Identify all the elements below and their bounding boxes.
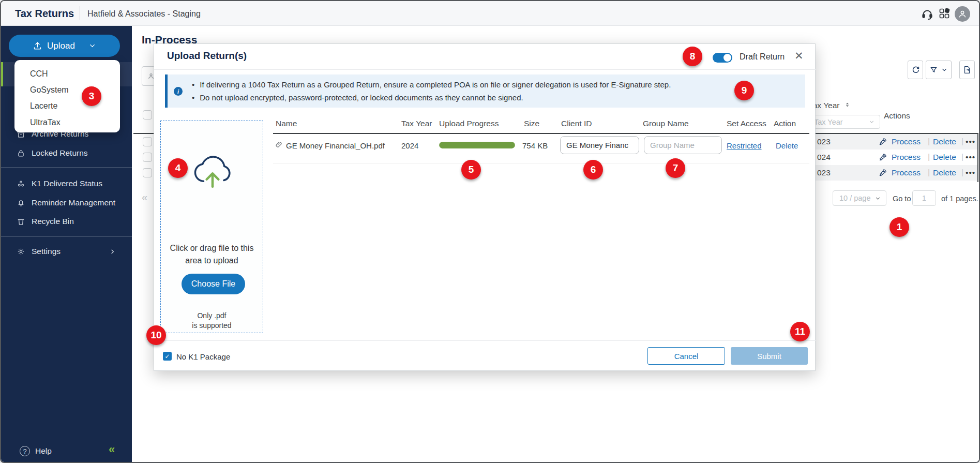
more-actions-button[interactable]: •••	[966, 168, 975, 177]
file-size-cell: 754 KB	[522, 141, 548, 150]
sidebar-item-label: Reminder Management	[32, 198, 115, 207]
action-divider: |	[928, 168, 930, 177]
previous-page-icon[interactable]: «	[142, 191, 147, 203]
tax-year-filter-select[interactable]: Tax Year	[806, 115, 880, 129]
process-link[interactable]: Process	[892, 153, 921, 162]
user-avatar[interactable]	[955, 6, 970, 22]
annotation-badge-6: 6	[583, 160, 603, 180]
group-name-input[interactable]	[644, 136, 722, 154]
sidebar-item-reminder-management[interactable]: Reminder Management	[1, 194, 132, 212]
col-set-access: Set Access	[727, 119, 766, 128]
upload-menu-item-gosystem[interactable]: GoSystem	[14, 82, 120, 98]
bg-column-actions: Actions	[884, 111, 910, 121]
sidebar-collapse-icon[interactable]: «	[109, 443, 115, 456]
upload-returns-modal: Upload Return(s) Draft Return ✕ i If del…	[154, 43, 816, 371]
process-link[interactable]: Process	[892, 137, 921, 146]
sidebar-item-locked-returns[interactable]: Locked Returns	[1, 144, 132, 162]
row-checkbox[interactable]	[143, 137, 152, 146]
row-checkbox[interactable]	[143, 153, 152, 162]
filter-button[interactable]	[926, 61, 952, 79]
table-row: 024 Process | Delete | •••	[816, 150, 977, 165]
chevron-down-icon	[88, 42, 96, 50]
annotation-badge-10: 10	[146, 325, 166, 345]
upload-progress-fill	[439, 142, 515, 148]
set-access-link[interactable]: Restricted	[727, 141, 762, 150]
annotation-badge-11: 11	[790, 322, 810, 341]
process-link[interactable]: Process	[892, 168, 921, 177]
dropzone-hint-line1: Only .pdf	[161, 311, 263, 320]
delete-link[interactable]: Delete	[933, 153, 956, 162]
sidebar-item-recycle-bin[interactable]: Recycle Bin	[1, 213, 132, 230]
app-grid-icon[interactable]	[938, 7, 952, 21]
sidebar-item-label: Locked Returns	[32, 148, 88, 158]
page-count-label: of 1 pages.	[941, 195, 978, 203]
annotation-badge-9: 9	[734, 81, 754, 100]
col-action: Action	[774, 119, 796, 128]
col-group-name: Group Name	[643, 119, 689, 128]
no-k1-label: No K1 Package	[176, 352, 230, 361]
row-checkbox[interactable]	[143, 168, 152, 177]
action-divider: |	[961, 168, 963, 177]
submit-button[interactable]: Submit	[731, 347, 808, 365]
help-label: Help	[35, 446, 52, 456]
toggle-knob	[723, 54, 731, 62]
delete-link[interactable]: Delete	[933, 137, 956, 146]
bg-table-header-border	[133, 133, 154, 134]
sidebar-divider	[1, 167, 132, 168]
annotation-badge-1: 1	[889, 217, 909, 237]
help-icon: ?	[20, 446, 30, 456]
select-all-checkbox[interactable]	[143, 110, 152, 120]
draft-return-label: Draft Return	[740, 52, 785, 62]
tax-year-cell: 023	[817, 168, 831, 177]
client-id-input[interactable]	[560, 136, 639, 154]
headset-support-icon[interactable]	[921, 7, 934, 21]
upload-button[interactable]: Upload	[9, 35, 120, 57]
page-number-input[interactable]	[912, 190, 936, 206]
export-button[interactable]	[959, 61, 975, 79]
action-divider: |	[961, 152, 963, 161]
chevron-down-icon	[941, 66, 948, 73]
cancel-button[interactable]: Cancel	[647, 347, 725, 365]
info-icon: i	[174, 87, 183, 96]
close-icon[interactable]: ✕	[794, 50, 804, 62]
no-k1-checkbox[interactable]: ✓	[163, 352, 172, 361]
page-size-select[interactable]: 10 / page	[833, 190, 886, 206]
sidebar-item-label: K1 Delivered Status	[32, 179, 102, 188]
sort-icon	[844, 101, 851, 108]
rocket-icon	[879, 137, 887, 146]
draft-return-toggle[interactable]	[713, 53, 732, 63]
modal-footer-divider	[154, 340, 816, 341]
more-actions-button[interactable]: •••	[966, 153, 975, 162]
upload-menu: CCH GoSystem Lacerte UltraTax	[14, 60, 120, 132]
goto-label: Go to	[893, 195, 911, 203]
sidebar-item-settings[interactable]: Settings	[1, 243, 132, 260]
modal-title: Upload Return(s)	[167, 50, 247, 62]
table-row: 023 Process | Delete | •••	[816, 165, 977, 181]
col-upload-progress: Upload Progress	[439, 119, 499, 128]
more-actions-button[interactable]: •••	[966, 137, 975, 146]
info-bullet: If delivering a 1040 Tax Return as a Gro…	[192, 80, 671, 89]
file-dropzone[interactable]: Click or drag file to this area to uploa…	[160, 121, 263, 333]
tax-year-cell: 024	[817, 153, 831, 162]
upload-menu-item-lacerte[interactable]: Lacerte	[14, 98, 120, 114]
tax-year-cell: 023	[817, 137, 831, 146]
workspace-name: Hatfield & Associates - Staging	[87, 9, 201, 19]
choose-file-button[interactable]: Choose File	[182, 274, 245, 294]
table-header-underline	[273, 133, 809, 134]
app-title: Tax Returns	[15, 8, 74, 20]
bell-icon	[17, 199, 25, 207]
file-delete-link[interactable]: Delete	[776, 141, 798, 150]
app-window: Tax Returns Hatfield & Associates - Stag…	[0, 0, 980, 463]
sidebar-item-k1-delivered-status[interactable]: K1 Delivered Status	[1, 175, 132, 192]
modal-header-divider	[154, 69, 816, 70]
delete-link[interactable]: Delete	[933, 168, 956, 177]
chevron-down-icon	[868, 118, 875, 125]
upload-menu-item-ultratax[interactable]: UltraTax	[14, 115, 120, 130]
refresh-button[interactable]	[908, 61, 923, 79]
action-divider: |	[928, 137, 930, 146]
dropzone-hint-line2: is supported	[161, 321, 263, 330]
top-header-bar: Tax Returns Hatfield & Associates - Stag…	[1, 1, 979, 26]
filter-funnel-icon	[929, 66, 938, 74]
cloud-upload-icon	[191, 153, 234, 189]
upload-menu-item-cch[interactable]: CCH	[14, 66, 120, 82]
